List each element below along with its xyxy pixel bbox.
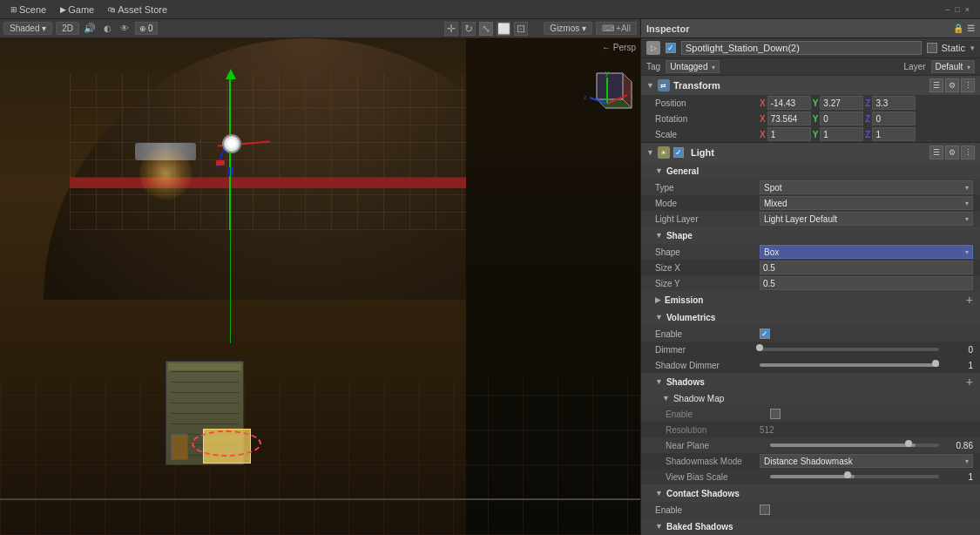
transform-header[interactable]: ▼ ⇄ Transform ☰ ⚙ ⋮ bbox=[641, 76, 980, 95]
fx-toggle[interactable]: ◐ bbox=[100, 22, 114, 36]
pos-x-input[interactable] bbox=[767, 96, 811, 110]
persp-label: ← Persp bbox=[602, 43, 636, 52]
static-checkbox[interactable] bbox=[927, 43, 937, 53]
dimmer-row: Dimmer 0 bbox=[641, 342, 980, 357]
contact-shadows-header[interactable]: ▼ Contact Shadows bbox=[641, 484, 980, 502]
dimmer-thumb[interactable] bbox=[756, 344, 763, 351]
baked-shadows-header[interactable]: ▼ Baked Shadows bbox=[641, 518, 980, 535]
size-y-row: Size Y bbox=[641, 275, 980, 291]
light-enabled-checkbox[interactable] bbox=[673, 147, 684, 158]
light-layer-row: Light Layer Light Layer Default ▾ bbox=[641, 211, 980, 227]
transform-menu-btn[interactable]: ☰ bbox=[929, 78, 943, 92]
scale-y-input[interactable] bbox=[820, 127, 863, 141]
view-bias-slider[interactable]: 1 bbox=[770, 472, 973, 482]
transform-rect[interactable]: ⬜ bbox=[497, 22, 510, 36]
layer-dropdown[interactable]: Default ▾ bbox=[931, 60, 975, 73]
search-all[interactable]: ⌨ +All bbox=[596, 22, 637, 35]
volumetrics-section-header[interactable]: ▼ Volumetrics bbox=[641, 308, 980, 326]
dimmer-value: 0 bbox=[943, 345, 973, 355]
transform-all[interactable]: ⊡ bbox=[514, 22, 528, 36]
pos-z-input[interactable] bbox=[872, 96, 916, 110]
svg-text:x: x bbox=[629, 88, 632, 96]
panel-minimize[interactable]: − bbox=[943, 5, 951, 14]
light-gear-btn[interactable]: ⚙ bbox=[945, 146, 959, 159]
pos-y-input[interactable] bbox=[820, 96, 863, 110]
object-name-input[interactable] bbox=[681, 41, 922, 55]
shadows-add-btn[interactable]: + bbox=[966, 375, 973, 389]
size-y-input[interactable] bbox=[760, 276, 973, 290]
viewport-canvas[interactable]: x y z ← Persp bbox=[0, 38, 640, 535]
gizmo-count[interactable]: ⊕ 0 bbox=[135, 22, 158, 35]
dimmer-label: Dimmer bbox=[655, 345, 760, 355]
emission-add-btn[interactable]: + bbox=[966, 293, 973, 307]
menu-game[interactable]: ▶ Game bbox=[53, 0, 101, 18]
transform-gear-btn[interactable]: ⚙ bbox=[945, 78, 959, 92]
general-section-header[interactable]: ▼ General bbox=[641, 162, 980, 179]
view-bias-row: View Bias Scale 1 bbox=[641, 469, 980, 484]
dimmer-slider[interactable]: 0 bbox=[760, 345, 973, 355]
near-plane-value: 0.86 bbox=[943, 441, 973, 450]
volumetrics-arrow: ▼ bbox=[655, 313, 663, 322]
near-plane-slider[interactable]: 0.86 bbox=[770, 441, 973, 450]
rot-x-input[interactable] bbox=[767, 112, 811, 125]
audio-toggle[interactable]: 🔊 bbox=[83, 22, 97, 36]
panel-close[interactable]: × bbox=[963, 5, 971, 14]
mode-dropdown[interactable]: Mixed ▾ bbox=[760, 196, 973, 210]
inspector-menu[interactable]: ☰ bbox=[967, 24, 975, 33]
object-enabled-checkbox[interactable] bbox=[666, 43, 676, 53]
shadow-map-header[interactable]: ▼ Shadow Map bbox=[641, 390, 980, 406]
transform-dots-btn[interactable]: ⋮ bbox=[961, 78, 975, 92]
panel-maximize[interactable]: □ bbox=[953, 5, 961, 14]
transform-rotate[interactable]: ↻ bbox=[462, 22, 476, 36]
scale-y-label: Y bbox=[813, 130, 819, 139]
shadow-dimmer-row: Shadow Dimmer 1 bbox=[641, 357, 980, 373]
type-dropdown[interactable]: Spot ▾ bbox=[760, 180, 973, 194]
static-row: Static ▾ bbox=[927, 43, 975, 53]
shape-dropdown[interactable]: Box ▾ bbox=[760, 245, 973, 259]
emission-section-header[interactable]: ▶ Emission + bbox=[641, 291, 980, 308]
menu-asset-store[interactable]: 🛍 Asset Store bbox=[101, 0, 174, 18]
shadow-dimmer-track[interactable] bbox=[760, 363, 939, 367]
shadowmask-dropdown[interactable]: Distance Shadowmask ▾ bbox=[760, 454, 973, 468]
menu-scene[interactable]: ⊞ Scene bbox=[3, 0, 53, 18]
rotation-row: Rotation X Y Z bbox=[641, 111, 980, 126]
shadow-enable-checkbox[interactable] bbox=[770, 409, 781, 419]
view-bias-track[interactable] bbox=[770, 475, 939, 478]
2d-button[interactable]: 2D bbox=[56, 22, 79, 35]
scale-x-input[interactable] bbox=[767, 127, 811, 141]
selection-circle bbox=[192, 430, 261, 457]
transform-move[interactable]: ✛ bbox=[444, 22, 458, 36]
light-layer-dropdown[interactable]: Light Layer Default ▾ bbox=[760, 212, 973, 226]
shadow-enable-label: Enable bbox=[666, 410, 770, 419]
shading-dropdown[interactable]: Shaded bbox=[3, 22, 52, 35]
scale-z-input[interactable] bbox=[872, 127, 916, 141]
vol-enable-checkbox[interactable] bbox=[760, 328, 770, 339]
rot-y-input[interactable] bbox=[820, 112, 863, 125]
shadows-section-header[interactable]: ▼ Shadows + bbox=[641, 373, 980, 390]
light-header[interactable]: ▼ ☀ Light ☰ ⚙ ⋮ bbox=[641, 143, 980, 162]
shadow-dimmer-thumb[interactable] bbox=[932, 360, 939, 367]
volumetrics-label: Volumetrics bbox=[666, 313, 973, 322]
pos-x-label: X bbox=[760, 98, 766, 108]
shadow-dimmer-slider[interactable]: 1 bbox=[760, 361, 973, 370]
transform-scale[interactable]: ⤡ bbox=[479, 22, 493, 36]
light-dots-btn[interactable]: ⋮ bbox=[961, 146, 975, 159]
light-menu-btn[interactable]: ☰ bbox=[929, 146, 943, 159]
nav-cube[interactable]: x y z bbox=[579, 64, 636, 121]
dimmer-track[interactable] bbox=[760, 348, 939, 351]
scene-visibility[interactable]: 👁 bbox=[118, 22, 132, 36]
rot-z-input[interactable] bbox=[872, 112, 916, 125]
contact-enable-checkbox[interactable] bbox=[760, 505, 770, 515]
static-dropdown-arrow[interactable]: ▾ bbox=[970, 44, 975, 52]
gizmos-dropdown[interactable]: Gizmos bbox=[544, 22, 592, 35]
shape-section-header[interactable]: ▼ Shape bbox=[641, 227, 980, 244]
size-x-input[interactable] bbox=[760, 261, 973, 274]
tag-dropdown[interactable]: Untagged ▾ bbox=[666, 60, 720, 73]
near-plane-track[interactable] bbox=[770, 444, 939, 447]
light-icon: ☀ bbox=[658, 146, 670, 159]
mode-value: Mixed ▾ bbox=[760, 196, 973, 210]
inspector-lock[interactable]: 🔒 bbox=[953, 24, 963, 33]
shape-label: Shape bbox=[655, 247, 760, 257]
view-bias-label: View Bias Scale bbox=[666, 472, 770, 482]
resolution-row: Resolution 512 bbox=[641, 422, 980, 437]
